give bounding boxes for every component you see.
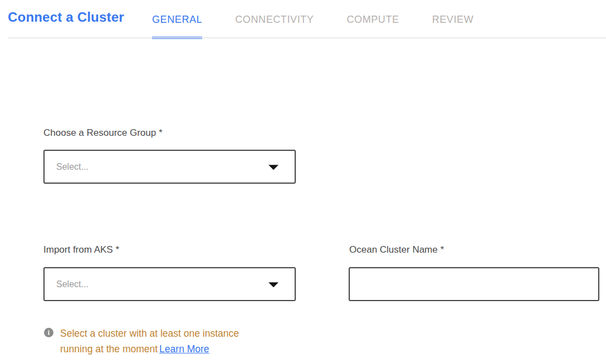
info-note-message: Select a cluster with at least one insta…	[60, 328, 239, 355]
page-title: Connect a Cluster	[8, 9, 124, 25]
wizard-tabs: GENERAL CONNECTIVITY COMPUTE REVIEW	[152, 0, 473, 39]
chevron-down-icon	[268, 165, 278, 170]
info-icon: i	[44, 328, 53, 337]
info-note-text: Select a cluster with at least one insta…	[60, 326, 258, 357]
resource-group-label: Choose a Resource Group *	[43, 127, 163, 139]
ocean-cluster-name-label: Ocean Cluster Name *	[349, 244, 444, 255]
resource-group-select[interactable]: Select...	[43, 150, 296, 184]
ocean-cluster-name-input[interactable]	[349, 267, 599, 301]
learn-more-link[interactable]: Learn More	[159, 343, 209, 355]
tab-general[interactable]: GENERAL	[152, 0, 202, 39]
header-divider	[8, 37, 606, 38]
import-aks-placeholder: Select...	[56, 279, 89, 289]
tab-connectivity[interactable]: CONNECTIVITY	[235, 0, 314, 39]
tab-compute[interactable]: COMPUTE	[346, 0, 399, 39]
cluster-info-note: i Select a cluster with at least one ins…	[44, 326, 267, 357]
tab-review[interactable]: REVIEW	[432, 0, 474, 39]
resource-group-placeholder: Select...	[56, 162, 89, 172]
connect-cluster-wizard: Connect a Cluster GENERAL CONNECTIVITY C…	[0, 0, 606, 364]
chevron-down-icon	[268, 282, 278, 287]
import-aks-label: Import from AKS *	[43, 244, 119, 255]
import-aks-select[interactable]: Select...	[43, 267, 296, 301]
